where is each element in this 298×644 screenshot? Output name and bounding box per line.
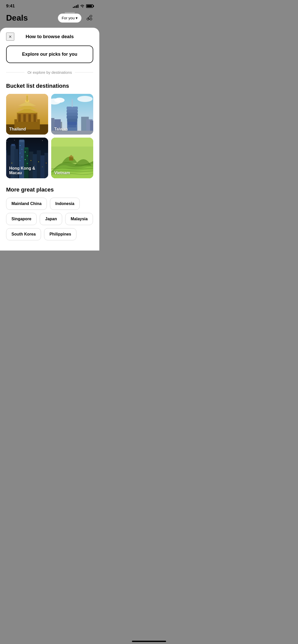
signal-icon [73,4,78,8]
svg-rect-8 [29,114,31,122]
status-bar: 9:41 [0,0,99,11]
for-you-label: For you [62,16,75,20]
svg-rect-7 [23,114,26,122]
divider-text: Or explore by destinations [28,70,72,75]
svg-rect-9 [34,114,36,122]
svg-rect-27 [67,116,78,119]
svg-rect-44 [6,150,7,178]
thailand-label: Thailand [9,127,26,131]
destination-card-hk[interactable]: Hong Kong & Macau [6,138,48,178]
place-singapore[interactable]: Singapore [6,213,37,225]
battery-icon [86,4,93,8]
destination-card-taiwan[interactable]: Taiwan [51,94,93,135]
divider-line-left [6,72,24,72]
svg-rect-76 [69,157,73,160]
divider-line-right [75,72,93,72]
hk-label: Hong Kong & Macau [9,166,48,175]
sheet-title: How to browse deals [26,34,74,39]
divider: Or explore by destinations [6,70,93,75]
svg-rect-28 [67,119,77,122]
svg-point-74 [46,163,47,164]
place-indonesia[interactable]: Indonesia [50,198,80,210]
background-header: Deals For you ▾ [0,11,99,28]
destinations-grid: Thailand [6,94,93,178]
svg-rect-61 [27,163,28,164]
place-mainland-china[interactable]: Mainland China [6,198,47,210]
svg-rect-31 [72,99,73,107]
svg-rect-14 [26,96,28,101]
svg-rect-50 [20,140,24,142]
svg-rect-30 [68,125,76,127]
destination-card-thailand[interactable]: Thailand [6,94,48,135]
place-south-korea[interactable]: South Korea [6,228,41,240]
svg-rect-54 [22,157,22,157]
places-row-3: South Korea Philippines [6,228,93,240]
sheet-header: × How to browse deals [6,34,93,39]
svg-rect-51 [20,145,21,146]
place-philippines[interactable]: Philippines [44,228,76,240]
svg-point-72 [38,162,39,162]
svg-point-68 [11,163,12,164]
svg-rect-25 [67,110,78,113]
places-row-2: Singapore Japan Malaysia [6,213,93,225]
bucket-list-section: Bucket list destinations [6,83,93,178]
status-time: 9:41 [6,4,15,9]
places-list: Mainland China Indonesia Singapore Japan… [6,198,93,240]
more-places-title: More great places [6,186,93,193]
svg-rect-58 [25,152,26,152]
page-title: Deals [6,13,28,23]
for-you-filter-button[interactable]: For you ▾ [58,13,82,23]
svg-rect-78 [51,138,93,147]
destination-card-vietnam[interactable]: Vietnam [51,138,93,178]
svg-rect-6 [18,114,21,122]
svg-point-37 [7,141,7,142]
share-icon [86,15,92,21]
bucket-list-title: Bucket list destinations [6,83,93,89]
vietnam-label: Vietnam [54,171,70,175]
svg-point-71 [35,165,35,166]
svg-point-19 [77,96,93,102]
more-places-section: More great places Mainland China Indones… [6,186,93,240]
svg-point-18 [55,98,65,103]
explore-picks-button[interactable]: Explore our picks for you [6,46,93,63]
svg-rect-47 [11,144,15,146]
svg-point-38 [14,140,15,140]
taiwan-label: Taiwan [54,127,68,131]
svg-rect-52 [22,149,22,150]
svg-rect-53 [20,153,21,153]
svg-rect-55 [20,160,21,161]
svg-rect-57 [25,147,28,149]
status-icons [73,4,93,8]
place-malaysia[interactable]: Malaysia [65,213,93,225]
chevron-down-icon: ▾ [76,16,78,20]
svg-point-40 [42,140,43,141]
wifi-icon [80,4,85,8]
svg-rect-26 [67,113,78,116]
share-button[interactable] [86,14,93,22]
svg-rect-60 [25,159,26,160]
close-button[interactable]: × [6,33,14,41]
place-japan[interactable]: Japan [40,213,62,225]
svg-line-0 [88,17,90,18]
places-row-1: Mainland China Indonesia [6,198,93,210]
svg-point-70 [31,160,31,161]
browse-deals-sheet: × How to browse deals Explore our picks … [0,28,99,251]
svg-rect-59 [27,155,28,156]
svg-rect-29 [68,122,77,125]
